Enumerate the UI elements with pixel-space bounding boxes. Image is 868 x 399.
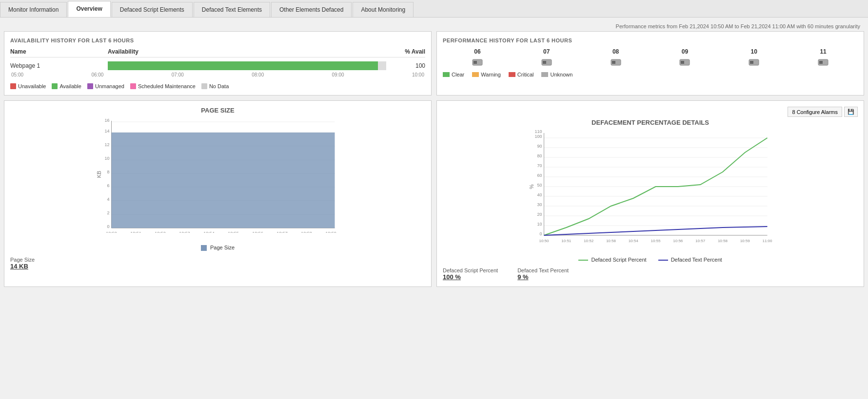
tab-defaced-script[interactable]: Defaced Script Elements	[112, 2, 193, 17]
svg-text:10:50: 10:50	[106, 231, 117, 233]
tick-4: 09:00	[332, 72, 344, 77]
svg-rect-7	[681, 61, 684, 64]
legend-dot-unavailable	[10, 83, 16, 89]
svg-text:10:54: 10:54	[629, 239, 639, 243]
legend-label-nodata: No Data	[209, 83, 229, 89]
perf-hour-08: 08	[581, 48, 651, 55]
avail-row-webpage1: Webpage 1 100	[10, 61, 425, 70]
svg-text:KB: KB	[96, 171, 102, 178]
svg-text:0: 0	[539, 231, 542, 236]
avail-bar-bg	[108, 61, 386, 70]
perf-status-icons	[443, 59, 858, 66]
legend-critical: Critical	[509, 72, 534, 77]
perf-legend: Clear Warning Critical Unknown	[443, 72, 858, 77]
svg-rect-3	[543, 61, 546, 64]
stat-defaced-script-label: Defaced Script Percent	[443, 267, 498, 273]
svg-text:10:54: 10:54	[203, 231, 215, 233]
svg-text:14: 14	[104, 129, 109, 133]
svg-text:10:59: 10:59	[740, 239, 750, 243]
legend-unmanaged: Unmanaged	[87, 83, 124, 89]
stat-defaced-text-label: Defaced Text Percent	[517, 267, 569, 273]
legend-sq-critical	[509, 72, 515, 77]
svg-text:10: 10	[104, 156, 109, 161]
legend-sq-unknown	[541, 72, 548, 77]
defacement-panel: 8 Configure Alarms 💾 DEFACEMENT PERCENTA…	[436, 100, 864, 287]
page-size-stats: Page Size 14 KB	[10, 257, 425, 270]
svg-text:70: 70	[537, 163, 542, 168]
legend-sq-clear	[443, 72, 450, 77]
defaced-script-legend-item: Defaced Script Percent	[578, 257, 646, 263]
svg-text:12: 12	[104, 142, 109, 147]
configure-alarms-button[interactable]: 8 Configure Alarms	[788, 107, 842, 117]
svg-text:10:56: 10:56	[673, 239, 683, 243]
defaced-script-legend-label: Defaced Script Percent	[591, 257, 646, 263]
svg-text:10:55: 10:55	[228, 231, 239, 233]
export-icon-button[interactable]: 💾	[844, 107, 858, 117]
tick-0: 05:00	[11, 72, 23, 77]
stat-defaced-text: Defaced Text Percent 9 %	[517, 267, 569, 281]
availability-title: AVAILABILITY HISTORY FOR LAST 6 HOURS	[10, 38, 425, 43]
svg-text:%: %	[529, 184, 534, 189]
tick-2: 07:00	[172, 72, 184, 77]
performance-panel: PERFORMANCE HISTORY FOR LAST 6 HOURS 06 …	[436, 31, 864, 95]
legend-label-unmanaged: Unmanaged	[95, 83, 124, 89]
perf-cell-09	[650, 59, 719, 66]
legend-label-warning: Warning	[481, 72, 501, 77]
tab-overview[interactable]: Overview	[68, 1, 110, 17]
main-content: Performance metrics from Feb 21,2024 10:…	[0, 18, 868, 291]
avail-bar	[108, 61, 386, 70]
perf-hour-09: 09	[650, 48, 719, 55]
perf-cell-11	[789, 59, 858, 66]
defaced-script-legend-line	[578, 260, 588, 261]
avail-legend: Unavailable Available Unmanaged Schedule…	[10, 83, 425, 89]
webpage-name: Webpage 1	[10, 62, 108, 69]
col-pct: % Avail	[386, 48, 425, 55]
page-size-panel: PAGE SIZE KB 0 2 4 6 8 10 12 14 16	[4, 100, 432, 287]
defacement-legend: Defaced Script Percent Defaced Text Perc…	[443, 257, 858, 263]
perf-cell-10	[719, 59, 789, 66]
bottom-panels: PAGE SIZE KB 0 2 4 6 8 10 12 14 16	[4, 100, 864, 287]
legend-dot-nodata	[201, 83, 207, 89]
tick-1: 06:00	[91, 72, 103, 77]
legend-unavailable: Unavailable	[10, 83, 46, 89]
legend-label-clear: Clear	[452, 72, 464, 77]
avail-ticks: 05:00 06:00 07:00 08:00 09:00 10:00	[10, 72, 425, 77]
svg-text:50: 50	[537, 183, 542, 188]
svg-text:10:58: 10:58	[606, 239, 616, 243]
legend-dot-scheduled	[130, 83, 136, 89]
svg-text:10:52: 10:52	[155, 231, 166, 233]
legend-unknown: Unknown	[541, 72, 572, 77]
perf-hour-06: 06	[443, 48, 512, 55]
stat-defaced-text-value: 9 %	[517, 273, 569, 281]
col-name: Name	[10, 48, 108, 55]
tab-defaced-text[interactable]: Defaced Text Elements	[194, 2, 270, 17]
legend-label-unavailable: Unavailable	[18, 83, 46, 89]
perf-cell-06	[443, 59, 512, 66]
svg-text:100: 100	[534, 134, 542, 139]
svg-text:20: 20	[537, 212, 542, 217]
legend-dot-unmanaged	[87, 83, 93, 89]
tab-bar: Monitor Information Overview Defaced Scr…	[0, 0, 868, 18]
status-icon-07	[541, 59, 552, 66]
svg-text:10:51: 10:51	[130, 231, 141, 233]
stat-page-size-label: Page Size	[10, 257, 35, 263]
perf-note: Performance metrics from Feb 21,2024 10:…	[4, 21, 864, 31]
perf-cell-08	[581, 59, 651, 66]
svg-text:10:53: 10:53	[179, 231, 190, 233]
legend-scheduled: Scheduled Maintenance	[130, 83, 196, 89]
svg-rect-9	[750, 61, 753, 64]
svg-text:11:00: 11:00	[762, 239, 772, 243]
defacement-chart: % 0 10 20 30 40 50 60 70 80 90 100 110	[443, 128, 858, 255]
defaced-text-legend-label: Defaced Text Percent	[671, 257, 722, 263]
status-icon-09	[679, 59, 690, 66]
tab-other-defaced[interactable]: Other Elements Defaced	[271, 2, 352, 17]
page-size-legend-color	[201, 245, 207, 251]
svg-text:10:55: 10:55	[651, 239, 661, 243]
legend-label-scheduled: Scheduled Maintenance	[138, 83, 196, 89]
tab-monitor-info[interactable]: Monitor Information	[0, 2, 67, 17]
page-size-chart: KB 0 2 4 6 8 10 12 14 16	[10, 116, 425, 243]
svg-text:4: 4	[107, 197, 109, 202]
tab-about-monitoring[interactable]: About Monitoring	[353, 2, 414, 17]
defaced-text-legend-item: Defaced Text Percent	[658, 257, 722, 263]
top-panels: AVAILABILITY HISTORY FOR LAST 6 HOURS Na…	[4, 31, 864, 95]
